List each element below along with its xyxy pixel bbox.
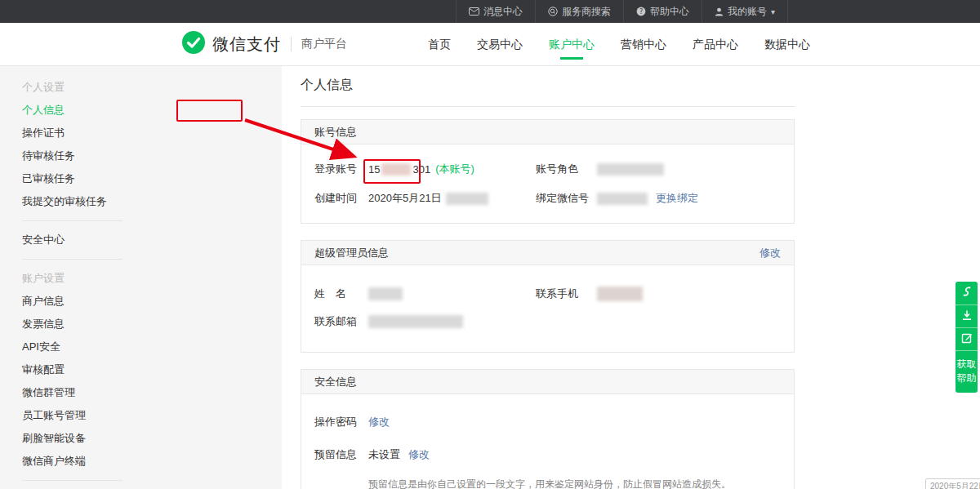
current-account-tag: (本账号): [435, 162, 474, 176]
page-title: 个人信息: [301, 77, 980, 94]
sidebar-item-wechat-group-management[interactable]: 微信群管理: [22, 381, 145, 404]
topbar-item-messages[interactable]: 消息中心: [456, 0, 535, 23]
table-row: 操作密码 修改: [301, 406, 794, 438]
redacted-wechat-id: [597, 193, 648, 205]
redacted-admin-name: [368, 287, 403, 300]
feedback-icon: [961, 332, 973, 347]
super-admin-card-header: 超级管理员信息 修改: [301, 241, 794, 265]
sidebar-divider: [22, 480, 122, 481]
operation-password-edit-link[interactable]: 修改: [368, 415, 390, 429]
super-admin-edit-link[interactable]: 修改: [760, 246, 781, 260]
brand-name: 微信支付: [212, 33, 281, 56]
sidebar-item-pending-review-tasks[interactable]: 待审核任务: [22, 144, 145, 167]
topbar: 消息中心 服务商搜索 ? 帮助中心 我的账号 ▾: [0, 0, 980, 23]
sidebar-item-security-center[interactable]: 安全中心: [22, 229, 145, 251]
reserved-info-edit-link[interactable]: 修改: [408, 447, 430, 462]
sidebar-item-staff-account-management[interactable]: 员工账号管理: [22, 404, 145, 427]
sidebar-item-face-smart-device[interactable]: 刷脸智能设备: [22, 427, 145, 450]
annotation-box-login-account: [363, 159, 421, 184]
reserved-info-description-line: 预留信息是由你自己设置的一段文字，用来鉴定网站身份，防止假冒网站造成损失。: [368, 478, 794, 489]
super-admin-card-body: 姓 名 联系手机 联系邮箱: [301, 265, 794, 352]
nav-item-data-center[interactable]: 数据中心: [764, 23, 810, 66]
main-content: 个人信息 账号信息 登录账号 15301 (本账号) 账号角色: [282, 66, 980, 489]
sidebar-item-merchant-info[interactable]: 商户信息: [22, 290, 145, 313]
page-body: 个人设置 个人信息 操作证书 待审核任务 已审核任务 我提交的审核任务 安全中心…: [0, 66, 980, 489]
rebind-link[interactable]: 更换绑定: [656, 191, 698, 206]
floating-help-panel: 获取帮助: [956, 282, 978, 393]
account-role-label: 账号角色: [536, 162, 597, 176]
reserved-info-field: 预留信息 未设置 修改: [301, 447, 726, 462]
table-row: 姓 名 联系手机: [301, 280, 794, 308]
topbar-item-help-center[interactable]: ? 帮助中心: [623, 0, 702, 23]
nav-item-product-center[interactable]: 产品中心: [693, 23, 738, 66]
sidebar-item-invoice-info[interactable]: 发票信息: [22, 313, 145, 336]
svg-text:?: ?: [639, 8, 643, 16]
table-row: 联系邮箱: [301, 308, 794, 336]
mini-program-icon: [961, 286, 973, 300]
created-time-value: 2020年5月21日: [368, 191, 488, 206]
nav-item-marketing-center[interactable]: 营销中心: [621, 23, 666, 66]
admin-email-label: 联系邮箱: [314, 314, 368, 329]
account-info-card-body: 登录账号 15301 (本账号) 账号角色 创建时间: [301, 144, 794, 223]
topbar-item-label: 我的账号: [728, 5, 767, 19]
admin-email-field: 联系邮箱: [301, 314, 726, 329]
created-time-label: 创建时间: [314, 191, 368, 206]
sidebar-item-operation-certificate[interactable]: 操作证书: [22, 122, 145, 144]
operation-password-label: 操作密码: [314, 415, 368, 429]
security-info-card-header: 安全信息: [301, 370, 794, 394]
annotation-box-sidebar-personal-info: [176, 100, 243, 122]
sidebar-item-review-config[interactable]: 审核配置: [22, 358, 145, 381]
topbar-item-my-account[interactable]: 我的账号 ▾: [702, 0, 788, 23]
admin-name-field: 姓 名: [301, 287, 536, 301]
feedback-button[interactable]: [956, 327, 978, 350]
download-icon: [961, 309, 973, 324]
sidebar-menu: 个人设置 个人信息 操作证书 待审核任务 已审核任务 我提交的审核任务 安全中心…: [22, 66, 145, 481]
footer-date-badge: 2020年5月22日: [925, 478, 980, 489]
redacted-account-role: [597, 163, 664, 176]
reserved-info-description: 预留信息是由你自己设置的一段文字，用来鉴定网站身份，防止假冒网站造成损失。 配置…: [368, 478, 794, 489]
sidebar-item-wechat-merchant-terminal[interactable]: 微信商户终端: [22, 450, 145, 473]
main-nav: 首页 交易中心 账户中心 营销中心 产品中心 数据中心: [428, 23, 810, 66]
sidebar-group-personal-settings: 个人设置: [22, 76, 145, 99]
sidebar-item-personal-info[interactable]: 个人信息: [22, 99, 145, 122]
sidebar-item-my-submitted-tasks[interactable]: 我提交的审核任务: [22, 190, 145, 213]
bound-wechat-field: 绑定微信号 更换绑定: [536, 191, 698, 206]
bound-wechat-label: 绑定微信号: [536, 191, 597, 206]
mini-program-button[interactable]: [956, 282, 978, 305]
sidebar-item-api-security[interactable]: API安全: [22, 336, 145, 358]
topbar-item-label: 服务商搜索: [562, 5, 611, 19]
nav-item-transaction-center[interactable]: 交易中心: [477, 23, 523, 66]
super-admin-title: 超级管理员信息: [314, 246, 389, 260]
header: 微信支付 商户平台 首页 交易中心 账户中心 营销中心 产品中心 数据中心: [0, 23, 980, 66]
brand-separator: [291, 37, 292, 51]
sidebar-divider: [22, 259, 122, 260]
super-admin-card: 超级管理员信息 修改 姓 名 联系手机 联系邮箱: [301, 240, 795, 353]
admin-phone-label: 联系手机: [536, 287, 597, 301]
sidebar: 个人设置 个人信息 操作证书 待审核任务 已审核任务 我提交的审核任务 安全中心…: [0, 66, 282, 489]
get-help-button[interactable]: 获取帮助: [956, 350, 978, 393]
nav-item-account-center[interactable]: 账户中心: [549, 23, 595, 66]
redacted-admin-email: [368, 315, 463, 328]
admin-phone-field: 联系手机: [536, 287, 643, 301]
topbar-item-service-search[interactable]: 服务商搜索: [535, 0, 623, 23]
sidebar-item-reviewed-tasks[interactable]: 已审核任务: [22, 167, 145, 190]
mail-icon: [469, 7, 479, 16]
admin-name-label: 姓 名: [314, 287, 368, 301]
sidebar-divider: [22, 220, 122, 221]
topbar-item-label: 消息中心: [483, 5, 523, 19]
operation-password-field: 操作密码 修改: [301, 415, 726, 429]
created-time-field: 创建时间 2020年5月21日: [301, 191, 536, 206]
table-row: 预留信息 未设置 修改: [301, 438, 794, 471]
account-role-field: 账号角色: [536, 162, 664, 176]
help-icon: ?: [636, 7, 646, 16]
title-divider: [301, 106, 795, 107]
brand[interactable]: 微信支付 商户平台: [181, 30, 347, 58]
nav-item-home[interactable]: 首页: [428, 23, 451, 66]
topbar-item-label: 帮助中心: [650, 5, 689, 19]
reserved-info-label: 预留信息: [314, 447, 368, 462]
redacted-admin-phone: [597, 287, 643, 301]
download-button[interactable]: [956, 305, 978, 327]
login-account-label: 登录账号: [314, 162, 368, 176]
table-row: 创建时间 2020年5月21日 绑定微信号 更换绑定: [301, 184, 794, 213]
user-icon: [715, 7, 724, 16]
